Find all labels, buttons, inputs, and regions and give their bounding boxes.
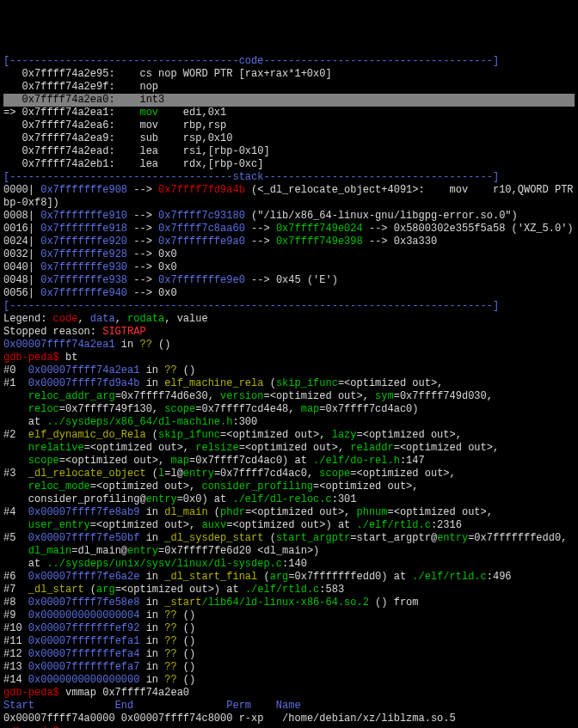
code-op: lea rdx,[rbp-0xc] <box>139 158 263 170</box>
kv-key: entry <box>146 493 177 505</box>
stack-tail: --> 0x3a330 <box>363 236 437 248</box>
bt-num: #11 <box>3 635 28 647</box>
gdb-prompt[interactable]: gdb-peda$ <box>3 352 59 364</box>
bt-line: user_entry=<optimized out>, auxv=<optimi… <box>3 519 575 532</box>
stack-line-cont: bp-0xf8]) <box>3 197 575 210</box>
bt-addr: 0x0000000000000004 <box>28 609 140 621</box>
code-addr: 0x7ffff74a2ea6: <box>22 119 140 132</box>
bt-addr: 0x00007ffff7fe8ab9 <box>28 506 140 518</box>
kv-key: arg <box>270 571 289 583</box>
stack-target1: 0x0 <box>158 287 177 299</box>
bt-line-no: :147 <box>400 455 425 467</box>
separator-end: [---------------------------------------… <box>3 300 499 312</box>
code-line: 0x7ffff74a2e9f: nop <box>3 81 575 94</box>
arrow <box>3 158 22 170</box>
kv-key: relsize <box>195 442 238 454</box>
kv-key: entry <box>183 468 214 480</box>
cmd-bt: bt <box>59 352 78 364</box>
arrow: --> <box>127 236 158 248</box>
legend-rodata: rodata <box>127 313 164 325</box>
bt-line-no: :300 <box>232 416 257 428</box>
bt-addr: 0x00007ffff74a2ea1 <box>28 364 140 376</box>
kv-key: reladdr <box>350 442 393 454</box>
bt-fn: elf_machine_rela <box>164 377 263 389</box>
bt-path: ../sysdeps/unix/sysv/linux/dl-sysdep.c <box>46 558 282 570</box>
bt-fn: ?? <box>164 635 176 647</box>
stack-offset: 0008| <box>3 210 40 222</box>
stack-target1: 0x7ffff7fd9a4b <box>158 184 245 196</box>
kv-key: phdr <box>220 506 245 518</box>
code-op: sub rsp,0x10 <box>139 132 232 144</box>
arrow <box>3 68 22 80</box>
bt-fn: dl_main <box>164 506 207 518</box>
legend-value: , value <box>164 313 207 325</box>
stack-target2: 0x7ffff749e024 <box>276 223 363 235</box>
legend-line: Legend: code, data, rodata, value <box>3 313 575 326</box>
bt-fn: ?? <box>164 674 176 686</box>
kv-key: start_argptr <box>276 532 350 544</box>
vmmap-row: 0x00007ffff74a0000 0x00007ffff74c8000 r-… <box>3 713 575 725</box>
bt-line: #12 0x00007fffffffefa4 in ?? () <box>3 648 575 661</box>
bt-line: #14 0x0000000000000000 in ?? () <box>3 674 575 687</box>
code-addr: 0x7ffff74a2ea9: <box>22 132 140 144</box>
bt-fn: ?? <box>164 364 176 376</box>
stack-target1: 0x0 <box>158 261 177 273</box>
stack-addr: 0x7fffffffe940 <box>40 287 127 299</box>
bt-addr: 0x00007fffffffefa1 <box>28 635 140 647</box>
stack-target1: 0x7ffff7c8aa60 <box>158 223 245 235</box>
stop-fn: ?? <box>139 339 151 351</box>
bt-line: reloc_addr_arg=0x7ffff74d6e30, version=<… <box>3 390 575 403</box>
code-line: 0x7ffff74a2ea9: sub rsp,0x10 <box>3 132 575 145</box>
stack-target1: 0x7fffffffe9e0 <box>158 274 245 286</box>
arrow: --> <box>127 274 158 286</box>
kv-key: skip_ifunc <box>158 429 220 441</box>
kv-key: dl_main <box>28 545 71 557</box>
arrow: --> <box>127 248 158 260</box>
stopped-line: Stopped reason: SIGTRAP <box>3 326 575 339</box>
code-op: cs nop WORD PTR [rax+rax*1+0x0] <box>139 68 331 80</box>
bt-num: #2 <box>3 429 28 441</box>
code-line: 0x7ffff74a2eb1: lea rdx,[rbp-0xc] <box>3 158 575 171</box>
code-addr: 0x7ffff74a2eb1: <box>22 158 140 170</box>
bt-addr: 0x00007fffffffefa7 <box>28 661 140 673</box>
code-op: nop <box>139 81 158 93</box>
bt-num: #7 <box>3 584 28 596</box>
bt-path: ./elf/dl-reloc.c <box>232 493 331 505</box>
code-addr: 0x7ffff74a2ead: <box>22 145 140 157</box>
mnemonic: mov <box>139 107 158 119</box>
stop-addr-line: 0x00007ffff74a2ea1 in ?? () <box>3 339 575 352</box>
bt-path: ./elf/rtld.c <box>245 584 319 596</box>
bt-line: #6 0x00007ffff7fe6a2e in _dl_start_final… <box>3 571 575 584</box>
arrow: --> <box>127 210 158 222</box>
kv-key: sym <box>375 390 394 402</box>
separator-stack: [------------------------------------sta… <box>3 171 499 183</box>
bt-fn: _start <box>164 596 201 609</box>
arrow <box>3 145 22 157</box>
bt-line: at ../sysdeps/x86_64/dl-machine.h:300 <box>3 416 575 429</box>
gdb-prompt[interactable]: gdb-peda$ <box>3 687 59 699</box>
bt-num: #1 <box>3 377 28 389</box>
bt-line: #8 0x00007ffff7fe58e8 in _start/lib64/ld… <box>3 596 575 609</box>
bt-num: #12 <box>3 648 28 660</box>
stop-addr: 0x00007ffff74a2ea1 <box>3 339 115 351</box>
legend-label: Legend: <box>3 313 53 325</box>
stack-line: 0016| 0x7fffffffe918 --> 0x7ffff7c8aa60 … <box>3 223 575 236</box>
operands: edi,0x1 <box>183 107 226 119</box>
bt-line-no: :140 <box>282 558 307 570</box>
bt-num: #8 <box>3 596 28 609</box>
stack-offset: 0032| <box>3 248 40 260</box>
bt-line: #10 0x00007fffffffef92 in ?? () <box>3 622 575 635</box>
end-section-header: [---------------------------------------… <box>3 300 575 313</box>
code-line-hl: 0x7ffff74a2ea0: int3 <box>3 94 575 107</box>
code-line: 0x7ffff74a2ead: lea rsi,[rbp-0x10] <box>3 145 575 158</box>
kv-key: version <box>220 390 263 402</box>
code-op: mov rbp,rsp <box>139 119 226 132</box>
vmmap-hdr-name: Name <box>276 700 301 712</box>
kv-key: lazy <box>332 429 357 441</box>
bt-line: #4 0x00007ffff7fe8ab9 in dl_main (phdr=<… <box>3 506 575 519</box>
bt-addr: 0x0000000000000000 <box>28 674 140 686</box>
vmmap-hdr-start: Start <box>3 700 115 712</box>
code-op: lea rsi,[rbp-0x10] <box>139 145 269 157</box>
kv-key: scope <box>319 468 350 480</box>
arrow: --> <box>245 236 276 248</box>
